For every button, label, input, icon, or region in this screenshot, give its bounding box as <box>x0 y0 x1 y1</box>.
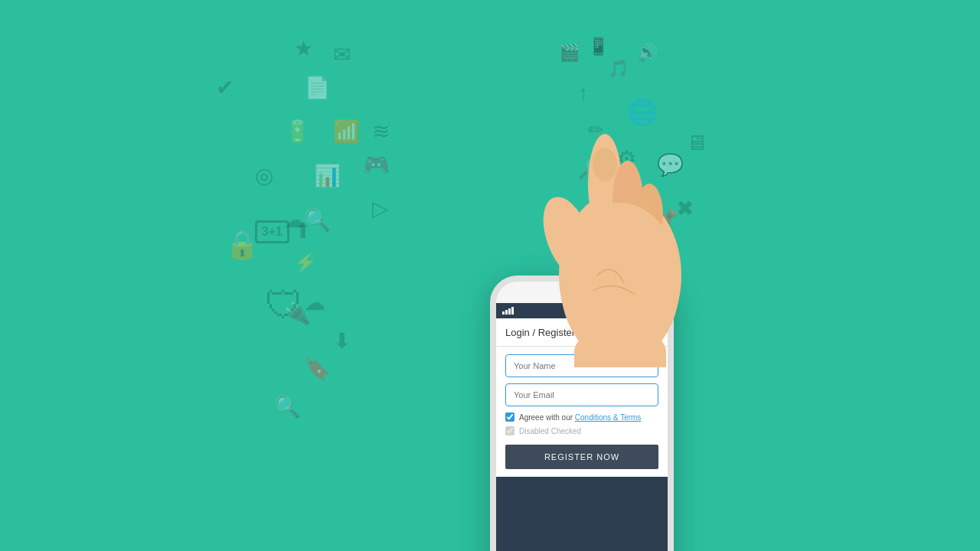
disabled-checkbox <box>505 426 514 435</box>
signal-bar-2 <box>505 310 508 315</box>
signal-bar-1 <box>502 311 505 315</box>
terms-link[interactable]: Conditions & Terms <box>575 413 642 422</box>
signal-bar-4 <box>511 307 514 315</box>
finger-tip <box>593 148 617 181</box>
wrist <box>574 337 666 367</box>
disabled-label: Disabled Checked <box>519 427 581 435</box>
phone-screen-dark <box>496 477 668 551</box>
hand-container <box>536 122 704 367</box>
email-input[interactable] <box>505 383 658 406</box>
agree-label: Agreee with our Conditions & Terms <box>519 413 641 422</box>
agree-checkbox-row: Agreee with our Conditions & Terms <box>505 412 658 422</box>
signal-bar-3 <box>508 308 511 315</box>
register-button[interactable]: REGISTER NOW <box>505 445 658 469</box>
signal-bars <box>502 307 514 315</box>
agree-checkbox[interactable] <box>505 412 514 422</box>
hand-svg <box>536 122 704 367</box>
disabled-checkbox-row: Disabled Checked <box>505 426 658 435</box>
